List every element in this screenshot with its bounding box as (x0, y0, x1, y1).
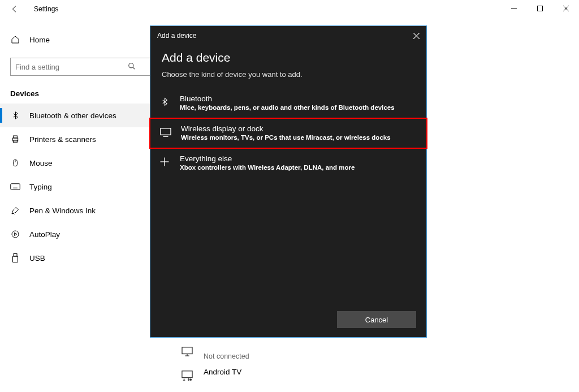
sidebar-section-label: Devices (10, 89, 170, 98)
home-icon (10, 35, 20, 44)
sidebar-item-mouse[interactable]: Mouse (0, 151, 170, 175)
back-button[interactable] (8, 3, 21, 15)
dialog-close-button[interactable] (413, 33, 420, 39)
sidebar-item-label: Mouse (29, 159, 53, 167)
search-field[interactable] (10, 58, 159, 76)
monitor-icon (181, 344, 193, 356)
svg-rect-28 (161, 128, 171, 135)
home-label: Home (29, 36, 50, 44)
sidebar-item-printers[interactable]: Printers & scanners (0, 127, 170, 151)
plus-icon (158, 156, 171, 168)
sidebar-item-autoplay[interactable]: AutoPlay (0, 222, 170, 246)
svg-point-4 (129, 63, 133, 68)
usb-icon (10, 253, 20, 263)
sidebar-item-typing[interactable]: Typing (0, 175, 170, 199)
window-title: Settings (34, 5, 58, 13)
autoplay-icon (10, 230, 20, 239)
sidebar: Home Devices Bluetooth & other devices P… (0, 18, 170, 392)
svg-point-17 (12, 231, 19, 238)
option-title: Bluetooth (180, 94, 415, 104)
svg-rect-11 (11, 184, 20, 190)
svg-rect-7 (14, 136, 18, 138)
svg-rect-18 (14, 254, 17, 257)
sidebar-item-label: Bluetooth & other devices (29, 111, 116, 120)
svg-rect-20 (182, 347, 192, 354)
option-desc: Wireless monitors, TVs, or PCs that use … (181, 134, 415, 141)
bluetooth-icon (10, 110, 20, 120)
sidebar-item-usb[interactable]: USB (0, 246, 170, 270)
monitor-icon (159, 126, 172, 138)
sidebar-item-label: Pen & Windows Ink (29, 206, 96, 215)
add-device-dialog: Add a device Add a device Choose the kin… (150, 25, 427, 338)
option-desc: Xbox controllers with Wireless Adapter, … (180, 164, 415, 171)
dialog-heading: Add a device (150, 45, 426, 67)
close-window-button[interactable] (553, 0, 579, 17)
svg-rect-8 (14, 140, 18, 143)
pen-icon (10, 206, 20, 215)
option-everything-else[interactable]: Everything else Xbox controllers with Wi… (150, 149, 426, 178)
maximize-button[interactable] (527, 0, 553, 17)
mouse-icon (10, 158, 20, 168)
home-button[interactable]: Home (0, 28, 170, 51)
printer-icon (10, 135, 20, 144)
svg-rect-23 (182, 371, 192, 378)
svg-line-5 (133, 67, 135, 70)
sidebar-item-label: USB (29, 254, 45, 262)
option-bluetooth[interactable]: Bluetooth Mice, keyboards, pens, or audi… (150, 89, 426, 118)
sidebar-item-label: Typing (29, 183, 52, 191)
sidebar-item-bluetooth[interactable]: Bluetooth & other devices (0, 104, 170, 127)
svg-rect-1 (538, 6, 543, 11)
svg-rect-19 (13, 256, 18, 262)
option-title: Everything else (180, 154, 415, 164)
minimize-button[interactable] (501, 0, 527, 17)
sidebar-item-label: Printers & scanners (29, 135, 96, 144)
device-title: Android TV (204, 368, 241, 376)
search-icon (128, 62, 136, 70)
keyboard-icon (10, 183, 20, 190)
bluetooth-icon (158, 96, 171, 108)
dialog-titlebar-text: Add a device (157, 32, 196, 40)
option-title: Wireless display or dock (181, 124, 415, 134)
sidebar-item-pen[interactable]: Pen & Windows Ink (0, 199, 170, 222)
device-list-item[interactable]: Android TV (181, 368, 241, 381)
tv-icon (181, 368, 193, 381)
cancel-button[interactable]: Cancel (337, 311, 416, 328)
titlebar: Settings (0, 0, 579, 18)
option-wireless-display[interactable]: Wireless display or dock Wireless monito… (149, 118, 427, 149)
dialog-subheading: Choose the kind of device you want to ad… (150, 67, 426, 89)
sidebar-item-label: AutoPlay (29, 230, 60, 239)
device-status: Not connected (204, 352, 249, 360)
option-desc: Mice, keyboards, pens, or audio and othe… (180, 104, 415, 111)
device-list-item[interactable]: x Not connected (181, 344, 249, 360)
